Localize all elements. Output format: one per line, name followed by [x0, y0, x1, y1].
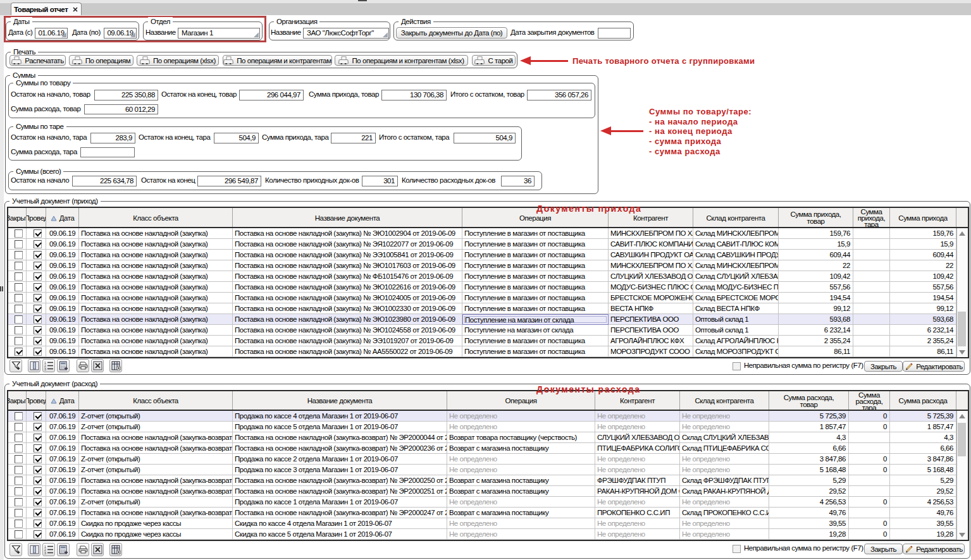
svg-text:3: 3 — [44, 367, 46, 370]
svg-text:3: 3 — [44, 551, 46, 554]
